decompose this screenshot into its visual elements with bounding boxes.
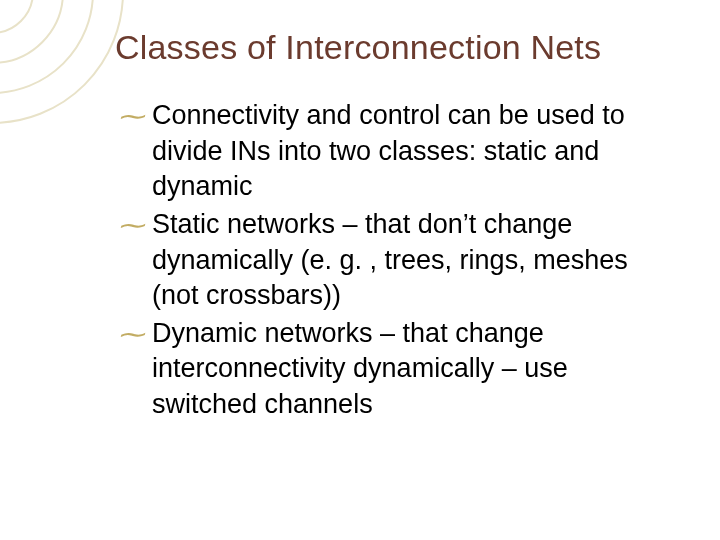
bullet-item: ⁓ Dynamic networks – that change interco… — [118, 316, 680, 423]
bullet-lead: Connectivity — [152, 100, 299, 130]
bullet-item: ⁓ Connectivity and control can be used t… — [118, 98, 680, 205]
curl-bullet-icon: ⁓ — [118, 100, 144, 134]
bullet-lead: Dynamic — [152, 318, 257, 348]
curl-bullet-icon: ⁓ — [118, 209, 144, 243]
bullet-item: ⁓ Static networks – that don’t change dy… — [118, 207, 680, 314]
slide-body: ⁓ Connectivity and control can be used t… — [118, 98, 680, 425]
bullet-lead: Static — [152, 209, 220, 239]
slide-title: Classes of Interconnection Nets — [115, 28, 601, 67]
curl-bullet-icon: ⁓ — [118, 318, 144, 352]
bullet-text: networks – that don’t change dynamically… — [152, 209, 628, 310]
slide: Classes of Interconnection Nets ⁓ Connec… — [0, 0, 720, 540]
